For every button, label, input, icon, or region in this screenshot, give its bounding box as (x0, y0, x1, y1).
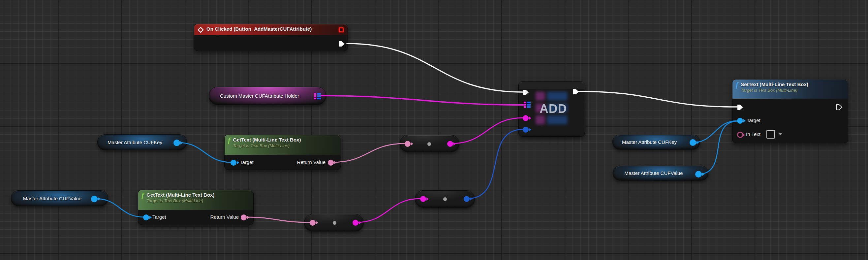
function-f-icon: f (228, 137, 230, 144)
node-gettext-key[interactable]: f GetText (Multi-Line Text Box) Target i… (224, 135, 341, 170)
settext-node-subtitle: Target is Text Box (Multi-Line) (741, 88, 808, 93)
node-settext[interactable]: f SetText (Multi-Line Text Box) Target i… (732, 79, 848, 143)
target-input-pin[interactable] (230, 160, 237, 166)
in-text-pin-label: In Text (746, 131, 761, 137)
text-input-pin[interactable] (405, 141, 411, 147)
object-output-pin[interactable] (690, 139, 696, 146)
conversion-dot-icon (427, 142, 431, 146)
gettext-node-header: f GetText (Multi-Line Text Box) Target i… (225, 135, 341, 155)
variable-node-master-attribute-cufkey-right[interactable]: Master Attribute CUFKey (612, 135, 700, 149)
wire-map-holder-to-add[interactable] (320, 96, 524, 105)
value-input-pin[interactable] (523, 127, 529, 133)
exec-in-pin[interactable] (522, 89, 530, 96)
variable-node-master-attribute-cufvalue-left[interactable]: Master Attribute CUFValue (11, 191, 108, 206)
conversion-node-string-to-value[interactable] (415, 191, 475, 207)
wire-text-gettextvalue-to-conv3[interactable] (245, 217, 310, 222)
node-map-add[interactable]: ADD (519, 82, 585, 137)
return-value-pin-label: Return Value (297, 160, 326, 165)
string-output-pin[interactable] (447, 141, 453, 147)
gettext-node-header: f GetText (Multi-Line Text Box) Target i… (138, 190, 253, 210)
conversion-node-text-to-string-key[interactable] (400, 135, 459, 152)
object-output-pin[interactable] (91, 196, 98, 202)
gettext-node-title: GetText (Multi-Line Text Box) (233, 137, 301, 143)
exec-out-pin[interactable] (572, 88, 580, 95)
target-input-pin[interactable] (737, 118, 743, 124)
gettext-node-title: GetText (Multi-Line Text Box) (147, 192, 214, 198)
dropdown-caret-icon[interactable] (778, 133, 783, 135)
wire-text-gettextkey-to-conv1[interactable] (332, 144, 405, 162)
text-input-pin[interactable] (310, 220, 316, 226)
string-output-pin[interactable] (352, 220, 359, 226)
target-map-input-pin[interactable] (524, 102, 531, 108)
function-f-icon: f (142, 192, 144, 199)
value-output-pin[interactable] (464, 196, 470, 202)
conversion-dot-icon (333, 221, 336, 225)
key-input-pin[interactable] (523, 115, 529, 121)
string-input-pin[interactable] (420, 196, 426, 202)
delegate-square-icon[interactable] (339, 27, 344, 32)
variable-node-custom-master-cufattribute-holder[interactable]: Custom Master CUFAttribute Holder (209, 87, 326, 105)
wire-string-conv1-to-add-key[interactable] (451, 118, 523, 144)
add-watermark-text: ADD (539, 102, 567, 116)
blueprint-graph-canvas[interactable]: On Clicked (Button_AddMasterCUFAttribute… (0, 0, 868, 260)
return-value-output-pin[interactable] (241, 214, 247, 221)
gettext-node-subtitle: Target is Text Box (Multi-Line) (233, 143, 301, 148)
in-text-input-pin[interactable] (737, 132, 743, 138)
conversion-dot-icon (443, 197, 447, 201)
exec-in-pin[interactable] (736, 104, 744, 111)
exec-out-pin[interactable] (338, 40, 346, 48)
wire-exec-onclicked-to-add[interactable] (347, 44, 523, 92)
target-pin-label: Target (152, 214, 166, 220)
variable-label: Master Attribute CUFKey (107, 140, 162, 145)
event-node-header: On Clicked (Button_AddMasterCUFAttribute… (194, 24, 348, 35)
target-input-pin[interactable] (143, 214, 149, 221)
variable-node-master-attribute-cufvalue-right[interactable]: Master Attribute CUFValue (613, 166, 708, 180)
in-text-value-box[interactable] (767, 130, 775, 139)
variable-node-master-attribute-cufkey-left[interactable]: Master Attribute CUFKey (97, 134, 187, 150)
object-output-pin[interactable] (695, 171, 702, 177)
event-diamond-icon (197, 27, 204, 33)
target-pin-label: Target (747, 117, 761, 123)
function-f-icon: f (736, 82, 738, 88)
node-event-onclicked[interactable]: On Clicked (Button_AddMasterCUFAttribute… (194, 24, 348, 51)
variable-label: Master Attribute CUFValue (23, 196, 82, 201)
event-node-title: On Clicked (Button_AddMasterCUFAttribute… (207, 26, 312, 32)
variable-label: Master Attribute CUFValue (624, 170, 683, 176)
node-gettext-value[interactable]: f GetText (Multi-Line Text Box) Target i… (138, 190, 254, 225)
conversion-node-text-to-string-value[interactable] (304, 214, 364, 231)
variable-label: Custom Master CUFAttribute Holder (220, 93, 299, 99)
wire-value-conv2-to-add-value[interactable] (467, 129, 523, 199)
settext-node-title: SetText (Multi-Line Text Box) (741, 81, 808, 88)
settext-node-header: f SetText (Multi-Line Text Box) Target i… (733, 80, 848, 99)
wire-string-conv3-to-conv2[interactable] (356, 199, 421, 222)
variable-label: Master Attribute CUFKey (622, 139, 677, 145)
map-pin-icon[interactable] (314, 93, 321, 99)
object-output-pin[interactable] (174, 140, 180, 146)
return-value-output-pin[interactable] (328, 160, 334, 166)
target-pin-label: Target (240, 160, 254, 165)
exec-out-pin[interactable] (835, 104, 843, 111)
return-value-pin-label: Return Value (210, 214, 239, 220)
gettext-node-subtitle: Target is Text Box (Multi-Line) (147, 198, 214, 204)
wire-exec-add-to-settext[interactable] (578, 91, 737, 107)
